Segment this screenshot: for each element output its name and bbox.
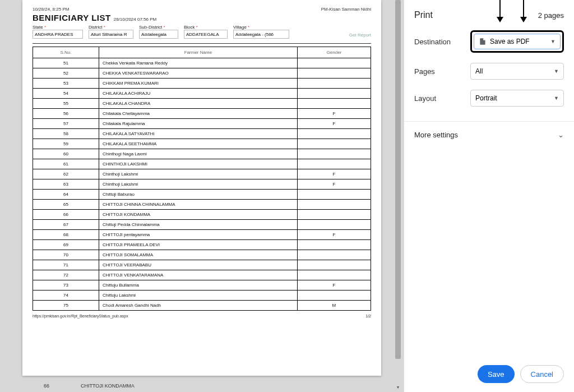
cell-gender <box>297 210 371 220</box>
footer-page-num: 1/2 <box>365 314 371 318</box>
report-timestamp: 28/10/2024 07:56 PM <box>114 17 157 22</box>
scrollbar-down-icon[interactable]: ▾ <box>395 384 401 390</box>
scrollbar-thumb[interactable] <box>395 0 401 359</box>
cell-sno: 66 <box>33 210 99 220</box>
destination-row: Destination Save as PDF ▼ <box>414 30 564 53</box>
cell-gender <box>297 190 371 200</box>
cell-name: Chittoju Bullamma <box>99 280 297 290</box>
cell-name: CHILAKALA SEETHAMMA <box>99 139 297 149</box>
district-input[interactable] <box>89 30 133 39</box>
table-row: 58CHILAKALA SATYAVATHI <box>33 129 371 139</box>
cell-sno: 71 <box>33 260 99 270</box>
table-row: 62Chinthoji LakshmiF <box>33 169 371 179</box>
state-input[interactable] <box>33 30 83 39</box>
cell-gender <box>297 240 371 250</box>
cell-name: CHITTOJI SOMALAMMA <box>99 250 297 260</box>
cell-gender <box>297 250 371 260</box>
cell-name: CHITTOJI KONDAMMA <box>99 210 297 220</box>
caret-down-icon: ▼ <box>554 95 559 101</box>
cell-sno: 60 <box>33 149 99 159</box>
cell-gender <box>297 220 371 230</box>
cell-name: CHILAKALA CHANDRA <box>99 99 297 109</box>
get-report-link[interactable]: Get Report <box>349 33 371 38</box>
cell-sno: 59 <box>33 139 99 149</box>
cell-sno: 69 <box>33 240 99 250</box>
caret-down-icon: ▼ <box>554 68 559 74</box>
cell-sno: 51 <box>33 58 99 68</box>
pages-value: All <box>475 67 483 75</box>
cell-gender <box>297 139 371 149</box>
cancel-button[interactable]: Cancel <box>520 365 564 383</box>
destination-value: Save as PDF <box>490 38 530 45</box>
cell-sno: 57 <box>33 119 99 129</box>
cell-gender <box>297 290 371 301</box>
table-row: 61CHINTHOJI LAKSHMI <box>33 159 371 169</box>
page-header-left: 10/28/24, 8:25 PM <box>33 7 69 12</box>
cell-name: Chittoji Pedda Chinnalamma <box>99 220 297 230</box>
pages-row: Pages All ▼ <box>414 63 564 80</box>
cell-name: Chilakala Chellayamma <box>99 109 297 119</box>
village-input[interactable] <box>233 30 289 39</box>
filter-subdistrict: Sub-District * <box>139 25 178 39</box>
print-preview-pane: 10/28/24, 8:25 PM PM-Kisan Samman Nidhi … <box>0 0 404 392</box>
save-button[interactable]: Save <box>478 365 515 383</box>
pages-dropdown[interactable]: All ▼ <box>470 63 564 80</box>
table-row: 67Chittoji Pedda Chinnalamma <box>33 220 371 230</box>
cell-sno: 72 <box>33 270 99 280</box>
table-header-row: S.No. Farmer Name Gender <box>33 47 371 58</box>
cell-gender <box>297 68 371 79</box>
print-header-row: Print 2 pages <box>414 10 564 20</box>
cell-gender <box>297 159 371 169</box>
filter-state: State * <box>33 25 83 39</box>
pdf-icon <box>479 38 487 45</box>
cell-gender <box>297 89 371 99</box>
filter-bar: State * District * Sub-District * Block … <box>33 22 371 44</box>
more-settings-label: More settings <box>414 131 458 139</box>
destination-label: Destination <box>414 38 470 46</box>
print-title: Print <box>414 10 433 20</box>
cell-sno: 74 <box>33 290 99 301</box>
cell-name: CHITTOJI CHINNA CHINNALAMMA <box>99 200 297 210</box>
cell-gender: F <box>297 169 371 179</box>
block-input[interactable] <box>184 30 228 39</box>
col-name: Farmer Name <box>99 47 297 58</box>
cell-name: CHINTHOJI LAKSHMI <box>99 159 297 169</box>
cell-gender: F <box>297 230 371 240</box>
page-header: 10/28/24, 8:25 PM PM-Kisan Samman Nidhi <box>33 7 371 12</box>
cell-sno: 53 <box>33 79 99 89</box>
more-settings-toggle[interactable]: More settings ⌄ <box>404 122 574 148</box>
cell-name: CHITTOJI VENKATARAMANA <box>99 270 297 280</box>
destination-highlight-box: Save as PDF ▼ <box>470 30 564 53</box>
footer-url: https://pmkisan.gov.in/Rpt_BeneficiarySt… <box>33 314 128 318</box>
cell-sno: 65 <box>33 200 99 210</box>
cell-gender <box>297 129 371 139</box>
page-footer: https://pmkisan.gov.in/Rpt_BeneficiarySt… <box>33 314 371 318</box>
underlying-page-row: 66 CHITTOJI KONDAMMA <box>22 383 381 389</box>
table-row: 53CHIKKAM PREMA KUMARI <box>33 79 371 89</box>
layout-dropdown[interactable]: Portrait ▼ <box>470 90 564 107</box>
cell-sno: 55 <box>33 99 99 109</box>
report-title: BENIFICIARY LIST <box>33 13 111 22</box>
cell-gender <box>297 79 371 89</box>
cell-gender <box>297 200 371 210</box>
cell-gender: F <box>297 109 371 119</box>
subdistrict-input[interactable] <box>139 30 178 39</box>
layout-label: Layout <box>414 94 470 103</box>
cell-sno: 52 <box>33 68 99 79</box>
filter-block: Block * <box>184 25 228 39</box>
cell-name: CHILAKALA SATYAVATHI <box>99 129 297 139</box>
cell-name: CHITTOJI PRAMEELA DEVI <box>99 240 297 250</box>
table-row: 60Chinthogi Naga Laxmi <box>33 149 371 159</box>
under-name: CHITTOJI KONDAMMA <box>71 383 135 389</box>
cell-name: CHITTOJI VEERABABU <box>99 260 297 270</box>
cell-sno: 56 <box>33 109 99 119</box>
dialog-footer: Save Cancel <box>404 356 574 392</box>
cell-gender: F <box>297 119 371 129</box>
cell-name: Chittoju Lakshmi <box>99 290 297 301</box>
table-row: 63Chinthoji LakshmiF <box>33 179 371 190</box>
preview-scrollbar[interactable]: ▾ <box>394 0 401 392</box>
destination-dropdown[interactable]: Save as PDF ▼ <box>474 34 561 49</box>
table-row: 64Chittoji Baburao <box>33 190 371 200</box>
table-row: 69CHITTOJI PRAMEELA DEVI <box>33 240 371 250</box>
cell-name: Chinthogi Naga Laxmi <box>99 149 297 159</box>
